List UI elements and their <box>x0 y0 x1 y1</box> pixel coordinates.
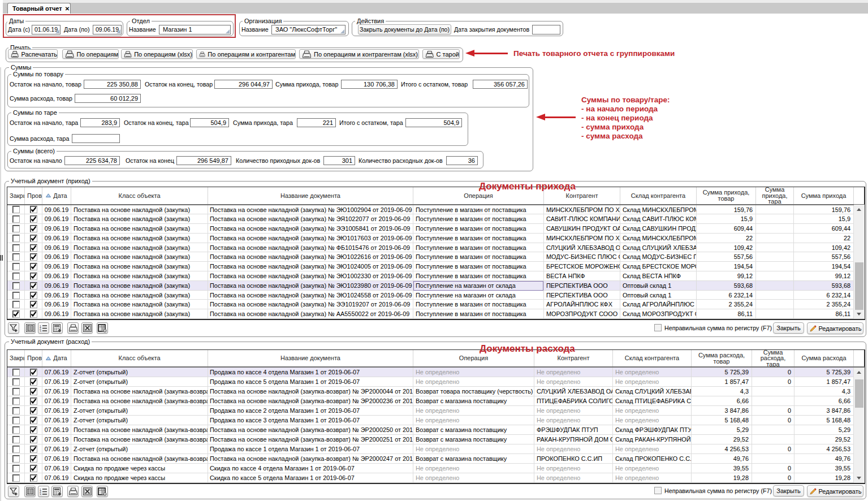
svg-text:3: 3 <box>40 329 41 332</box>
svg-text:3: 3 <box>40 493 41 495</box>
